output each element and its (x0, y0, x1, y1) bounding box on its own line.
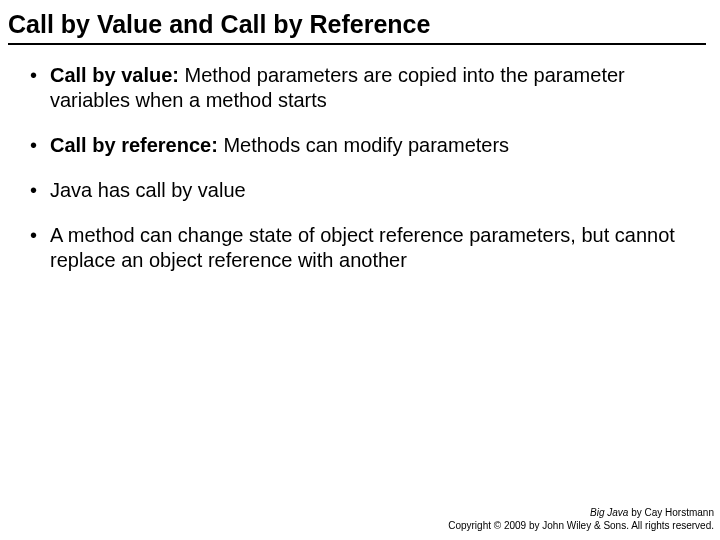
bullet-strong: Call by reference: (50, 134, 218, 156)
footer: Big Java by Cay Horstmann Copyright © 20… (448, 507, 714, 532)
slide-title: Call by Value and Call by Reference (8, 10, 706, 43)
body-region: Call by value: Method parameters are cop… (0, 45, 720, 273)
author-text: by Cay Horstmann (628, 507, 714, 518)
footer-line1: Big Java by Cay Horstmann (448, 507, 714, 520)
bullet-list: Call by value: Method parameters are cop… (30, 63, 690, 273)
book-title: Big Java (590, 507, 628, 518)
title-region: Call by Value and Call by Reference (0, 0, 720, 45)
bullet-text: Methods can modify parameters (218, 134, 509, 156)
list-item: Java has call by value (30, 178, 690, 203)
list-item: A method can change state of object refe… (30, 223, 690, 273)
list-item: Call by value: Method parameters are cop… (30, 63, 690, 113)
bullet-text: Java has call by value (50, 179, 246, 201)
footer-copyright: Copyright © 2009 by John Wiley & Sons. A… (448, 520, 714, 533)
bullet-text: A method can change state of object refe… (50, 224, 675, 271)
slide: Call by Value and Call by Reference Call… (0, 0, 720, 540)
list-item: Call by reference: Methods can modify pa… (30, 133, 690, 158)
bullet-strong: Call by value: (50, 64, 179, 86)
